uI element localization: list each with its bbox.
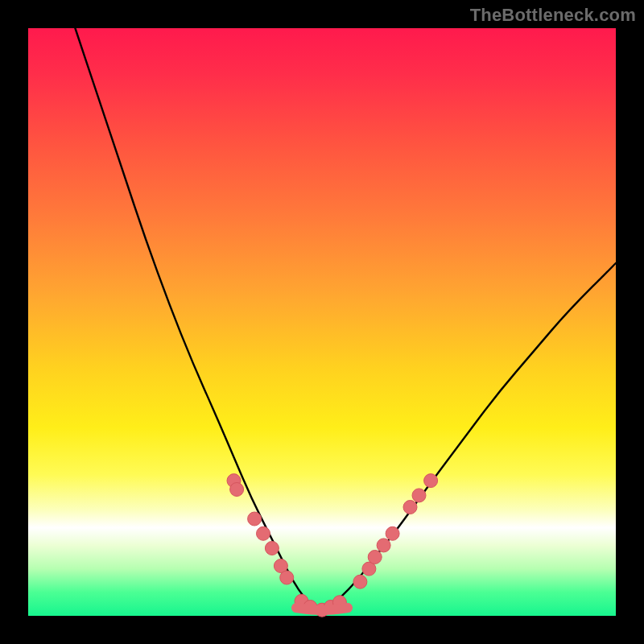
- chart-frame: TheBottleneck.com: [0, 0, 644, 644]
- marker-dot: [230, 483, 244, 497]
- marker-dot: [403, 501, 417, 514]
- curve-layer: [28, 28, 616, 616]
- marker-dot: [265, 542, 279, 555]
- bottom-flat: [296, 608, 348, 610]
- watermark-text: TheBottleneck.com: [470, 5, 636, 26]
- marker-dot: [412, 489, 426, 502]
- marker-dot: [368, 551, 382, 564]
- marker-dot: [248, 512, 262, 526]
- bottleneck-curve: [75, 28, 616, 610]
- plot-area: [28, 28, 616, 616]
- marker-dot: [377, 539, 390, 552]
- marker-dot: [424, 474, 438, 488]
- marker-dot: [257, 526, 270, 540]
- markers-group: [227, 474, 438, 617]
- marker-dot: [386, 526, 399, 540]
- marker-dot: [280, 571, 294, 584]
- marker-dot: [353, 575, 367, 588]
